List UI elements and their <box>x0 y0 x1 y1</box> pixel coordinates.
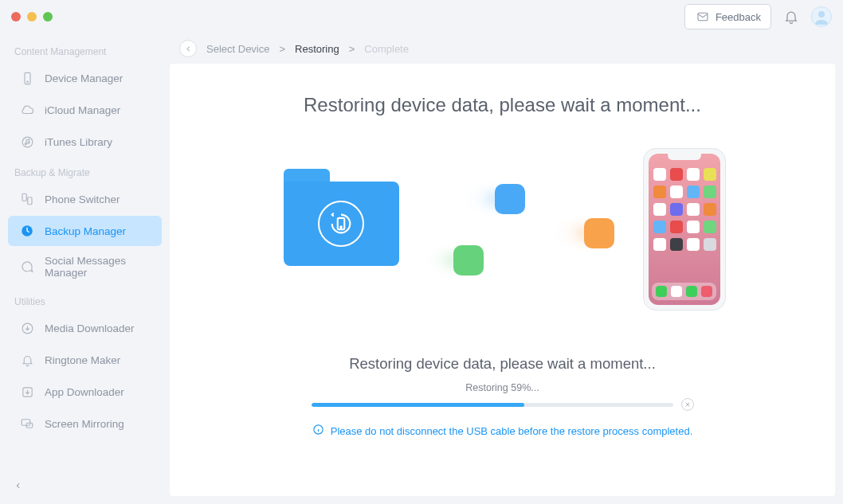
cloud-icon <box>19 102 35 118</box>
notifications-button[interactable] <box>782 8 800 25</box>
screen-icon <box>19 416 35 432</box>
svg-point-1 <box>818 11 825 18</box>
warning-text: Please do not disconnect the USB cable b… <box>331 425 693 437</box>
progress-fill <box>312 403 525 407</box>
svg-rect-7 <box>22 193 26 201</box>
traffic-lights <box>11 12 53 21</box>
sidebar-item-label: Device Manager <box>45 72 123 84</box>
breadcrumb-step-complete: Complete <box>364 43 409 55</box>
sidebar-item-ringtone-maker[interactable]: Ringtone Maker <box>8 345 162 375</box>
progress-row <box>312 398 694 411</box>
progress-status-text: Restoring 59%... <box>465 382 539 393</box>
sidebar-item-social-messages-manager[interactable]: Social Messages Manager <box>8 248 162 286</box>
svg-rect-0 <box>698 13 708 20</box>
svg-rect-8 <box>28 197 32 205</box>
maximize-window-button[interactable] <box>43 12 53 21</box>
sidebar-item-icloud-manager[interactable]: iCloud Manager <box>8 95 162 125</box>
clock-icon <box>19 223 35 239</box>
section-label-backup-migrate: Backup & Migrate <box>3 158 167 183</box>
transfer-block-orange <box>584 218 614 248</box>
svg-point-3 <box>26 81 27 82</box>
main-area: Select Device > Restoring > Complete Res… <box>170 33 843 504</box>
sidebar-item-label: Phone Switcher <box>45 193 120 205</box>
progress-heading: Restoring device data, please wait a mom… <box>349 355 656 373</box>
progress-bar <box>312 403 673 407</box>
sidebar-item-label: Social Messages Manager <box>45 255 151 279</box>
breadcrumb-separator: > <box>349 43 355 55</box>
download-icon <box>19 320 35 336</box>
info-icon <box>312 424 324 438</box>
sidebar-item-label: App Downloader <box>45 386 124 398</box>
sidebar-item-app-downloader[interactable]: App Downloader <box>8 377 162 407</box>
sidebar-item-device-manager[interactable]: Device Manager <box>8 63 162 93</box>
app-window: Feedback Content Management Device Manag… <box>0 0 843 504</box>
close-window-button[interactable] <box>11 12 21 21</box>
sidebar-item-backup-manager[interactable]: Backup Manager <box>8 216 162 246</box>
transfer-block-green <box>453 245 484 275</box>
svg-point-15 <box>340 226 342 228</box>
phone-icon <box>19 70 35 86</box>
sidebar-item-media-downloader[interactable]: Media Downloader <box>8 313 162 343</box>
section-label-utilities: Utilities <box>3 287 167 312</box>
sidebar: Content Management Device Manager iCloud… <box>0 33 170 504</box>
breadcrumb-step-restoring: Restoring <box>295 43 339 55</box>
header-right: Feedback <box>684 4 832 29</box>
sidebar-item-label: Backup Manager <box>45 225 126 237</box>
sidebar-collapse-button[interactable] <box>3 471 167 501</box>
svg-point-6 <box>27 142 29 143</box>
warning-message: Please do not disconnect the USB cable b… <box>312 424 693 438</box>
music-note-icon <box>19 134 35 150</box>
feedback-label: Feedback <box>716 11 761 23</box>
sidebar-item-phone-switcher[interactable]: Phone Switcher <box>8 184 162 214</box>
breadcrumb-step-select-device[interactable]: Select Device <box>206 43 269 55</box>
mail-icon <box>695 9 711 25</box>
minimize-window-button[interactable] <box>27 12 37 21</box>
section-label-content-management: Content Management <box>3 37 167 62</box>
breadcrumb: Select Device > Restoring > Complete <box>170 33 835 64</box>
phone-illustration <box>643 148 726 311</box>
svg-rect-12 <box>22 420 30 426</box>
transfer-block-blue <box>495 184 525 214</box>
avatar[interactable] <box>811 6 832 27</box>
sidebar-item-label: iCloud Manager <box>45 104 120 116</box>
folder-icon <box>284 169 399 264</box>
page-heading: Restoring device data, please wait a mom… <box>304 94 701 116</box>
feedback-button[interactable]: Feedback <box>684 4 771 29</box>
switch-icon <box>19 191 35 207</box>
sidebar-item-label: Ringtone Maker <box>45 354 120 366</box>
sidebar-item-screen-mirroring[interactable]: Screen Mirroring <box>8 408 162 439</box>
chat-icon <box>19 259 35 275</box>
sidebar-item-label: Media Downloader <box>45 322 135 334</box>
sidebar-item-label: iTunes Library <box>45 136 112 148</box>
sidebar-item-label: Screen Mirroring <box>45 418 124 430</box>
content-card: Restoring device data, please wait a mom… <box>170 64 835 496</box>
cancel-restore-button[interactable] <box>681 398 694 411</box>
sidebar-item-itunes-library[interactable]: iTunes Library <box>8 127 162 157</box>
app-download-icon <box>19 384 35 400</box>
breadcrumb-separator: > <box>279 43 285 55</box>
title-bar: Feedback <box>0 0 843 33</box>
bell-icon <box>19 352 35 368</box>
back-button[interactable] <box>179 40 197 57</box>
svg-point-5 <box>25 143 26 144</box>
restore-illustration <box>280 156 726 323</box>
app-body: Content Management Device Manager iCloud… <box>0 33 843 504</box>
